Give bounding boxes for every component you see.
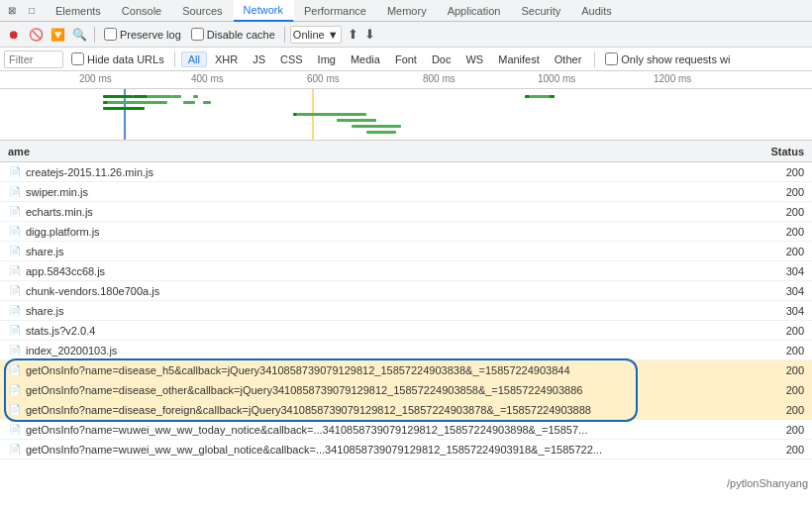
file-icon: 📄 [8,383,22,397]
filter-bar: Hide data URLs AllXHRJSCSSImgMediaFontDo… [0,48,812,71]
file-icon: 📄 [8,403,22,417]
chevron-down-icon: ▼ [328,29,339,41]
filter-type-ws[interactable]: WS [458,51,490,67]
filter-input[interactable] [9,53,49,65]
table-row[interactable]: 📄getOnsInfo?name=disease_h5&callback=jQu… [0,360,812,380]
timeline-mark-1000: 1000 ms [538,73,575,84]
filter-type-other[interactable]: Other [548,51,589,67]
svg-rect-5 [153,95,171,98]
table-row[interactable]: 📄share.js304 [0,301,812,321]
import-button[interactable]: ⬆ [348,27,358,42]
filter-type-manifest[interactable]: Manifest [491,51,547,67]
table-row[interactable]: 📄index_20200103.js200 [0,341,812,360]
file-icon: 📄 [8,423,22,437]
filter-separator-2 [594,51,595,67]
filter-type-font[interactable]: Font [388,51,424,67]
file-icon: 📄 [8,344,22,357]
only-show-label: Only show requests wi [621,53,730,65]
search-button[interactable]: 🔍 [69,25,89,45]
disable-cache-input[interactable] [191,28,204,41]
filter-type-doc[interactable]: Doc [425,51,458,67]
timeline-mark-800: 800 ms [423,73,456,84]
import-export-area: ⬆ ⬇ [348,27,375,42]
table-row[interactable]: 📄swiper.min.js200 [0,182,812,202]
clear-button[interactable]: 🚫 [26,25,46,45]
svg-rect-18 [525,95,530,98]
row-status: 200 [743,444,812,456]
filter-separator [174,51,175,67]
svg-rect-7 [103,101,108,104]
row-status: 304 [743,265,812,277]
preserve-log-input[interactable] [104,28,117,41]
network-timeline: 200 ms 400 ms 600 ms 800 ms 1000 ms 1200… [0,71,812,141]
only-show-checkbox[interactable]: Only show requests wi [601,52,734,65]
tab-memory[interactable]: Memory [377,0,438,22]
table-row[interactable]: 📄chunk-vendors.180e700a.js304 [0,281,812,301]
throttle-select[interactable]: Online ▼ [290,26,342,44]
svg-rect-20 [550,95,555,98]
filter-type-all[interactable]: All [181,51,207,67]
row-status: 200 [743,404,812,416]
online-label: Online [293,29,325,41]
filter-type-css[interactable]: CSS [273,51,310,67]
only-show-input[interactable] [605,52,618,65]
table-row[interactable]: 📄share.js200 [0,242,812,261]
svg-rect-12 [193,95,198,98]
table-row[interactable]: 📄createjs-2015.11.26.min.js200 [0,162,812,182]
svg-rect-9 [183,101,195,104]
filter-button[interactable]: 🔽 [48,25,67,45]
row-name: chunk-vendors.180e700a.js [26,285,743,297]
tab-sources[interactable]: Sources [172,0,233,22]
row-name: index_20200103.js [26,345,743,356]
devtools-icon-2[interactable]: □ [24,3,40,19]
svg-rect-10 [103,107,145,110]
file-icon: 📄 [8,304,22,318]
row-status: 200 [743,186,812,198]
row-name: getOnsInfo?name=wuwei_ww_ww_global_notic… [26,444,743,456]
table-row[interactable]: 📄app.5843cc68.js304 [0,261,812,281]
watermark: /pytlonShanyang [727,477,808,489]
tab-performance[interactable]: Performance [294,0,377,22]
filter-type-js[interactable]: JS [246,51,272,67]
tab-elements[interactable]: Elements [46,0,112,22]
svg-rect-11 [203,101,211,104]
table-row[interactable]: 📄getOnsInfo?name=disease_foreign&callbac… [0,400,812,420]
row-name: digg.platform.js [26,226,743,238]
table-row[interactable]: 📄getOnsInfo?name=wuwei_ww_ww_global_noti… [0,440,812,459]
devtools-icon-1[interactable]: ⊠ [4,3,20,19]
table-row[interactable]: 📄digg.platform.js200 [0,222,812,242]
export-button[interactable]: ⬇ [364,27,375,42]
filter-type-media[interactable]: Media [344,51,387,67]
table-row[interactable]: 📄echarts.min.js200 [0,202,812,222]
file-icon: 📄 [8,185,22,199]
file-icon: 📄 [8,205,22,219]
tab-network[interactable]: Network [234,0,294,22]
hide-data-urls-checkbox[interactable]: Hide data URLs [67,52,168,65]
tab-console[interactable]: Console [112,0,172,22]
timeline-mark-200: 200 ms [79,73,112,84]
row-status: 200 [743,246,812,257]
filter-input-wrap [4,51,63,68]
timeline-ruler: 200 ms 400 ms 600 ms 800 ms 1000 ms 1200… [0,71,812,89]
tab-security[interactable]: Security [511,0,571,22]
table-row[interactable]: 📄getOnsInfo?name=wuwei_ww_ww_today_notic… [0,420,812,440]
row-status: 304 [743,285,812,297]
timeline-mark-400: 400 ms [191,73,224,84]
row-name: share.js [26,305,743,317]
row-status: 200 [743,345,812,356]
disable-cache-checkbox[interactable]: Disable cache [187,28,279,41]
record-button[interactable]: ⏺ [4,25,24,45]
svg-rect-2 [103,95,133,98]
filter-type-xhr[interactable]: XHR [208,51,245,67]
hide-data-urls-input[interactable] [71,52,84,65]
table-row[interactable]: 📄stats.js?v2.0.4200 [0,321,812,341]
table-row[interactable]: 📄getOnsInfo?name=disease_other&callback=… [0,380,812,400]
tab-audits[interactable]: Audits [571,0,623,22]
table-body-wrapper: 📄createjs-2015.11.26.min.js200📄swiper.mi… [0,162,812,487]
row-status: 200 [743,364,812,376]
tab-application[interactable]: Application [438,0,512,22]
row-name: getOnsInfo?name=wuwei_ww_ww_today_notice… [26,424,743,436]
disable-cache-label: Disable cache [207,29,275,41]
filter-type-img[interactable]: Img [311,51,343,67]
preserve-log-checkbox[interactable]: Preserve log [100,28,185,41]
